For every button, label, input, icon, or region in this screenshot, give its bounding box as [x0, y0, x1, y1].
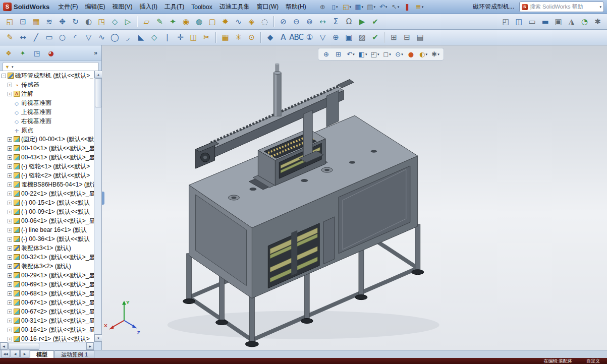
edit-component-icon[interactable]: ✎ — [153, 15, 166, 28]
equations-icon[interactable]: Ω — [342, 15, 355, 28]
linear-sketch-pattern-icon[interactable]: ▦ — [218, 31, 232, 44]
tree-item[interactable]: + 00-10<1> (默认<<默认>_显 — [0, 144, 94, 153]
revision-table-icon[interactable]: ▤ — [413, 31, 426, 44]
tree-item[interactable]: + (-) line bear 16<1> (默认 — [0, 225, 94, 234]
move-component-icon[interactable]: ✥ — [56, 15, 69, 28]
tree-item[interactable]: + (-) 00-09<1> (默认<<默认 — [0, 207, 94, 216]
exploded-view-icon[interactable]: ✸ — [218, 15, 232, 28]
apply-scene-icon[interactable]: ◐▾ — [418, 49, 429, 59]
dimension-icon[interactable]: ◆ — [263, 31, 277, 44]
spline-icon[interactable]: ∿ — [95, 31, 108, 44]
tree-item[interactable]: + 00-67<2> (默认<<默认>_显 — [0, 307, 94, 316]
tree-expander-icon[interactable]: + — [8, 228, 12, 232]
tree-expander-icon[interactable]: + — [8, 137, 12, 142]
tree-expander-icon[interactable]: + — [8, 183, 12, 187]
machine-model[interactable] — [168, 63, 439, 347]
vertical-scroll-thumb[interactable] — [95, 78, 102, 107]
tree-expander-icon[interactable]: - — [2, 74, 6, 78]
tree-expander-icon[interactable]: + — [8, 164, 12, 169]
tree-item[interactable]: + (-) 00-36<1> (默认<<默认 — [0, 234, 94, 244]
rotate-component-icon[interactable]: ↻ — [69, 15, 82, 28]
tab-nav-button[interactable]: ◀ — [11, 350, 20, 357]
change-transparency-icon[interactable]: ◍ — [192, 15, 205, 28]
search-input[interactable]: 搜索 SolidWorks 帮助 — [530, 3, 597, 11]
smart-component-icon[interactable]: ✦ — [166, 15, 179, 28]
tree-expander-icon[interactable]: + — [8, 255, 12, 260]
undo-icon[interactable]: ↶▾ — [377, 2, 390, 13]
measure-icon[interactable]: ↔ — [316, 15, 329, 28]
view-orientation-icon[interactable]: ◰▾ — [369, 49, 380, 59]
featuremanager-tab[interactable]: ❖ — [2, 47, 15, 59]
tree-item[interactable]: + 00-32<1> (默认<<默认>_显 — [0, 253, 94, 262]
menu-item[interactable]: 插入(I) — [136, 1, 161, 13]
coordinate-system-icon[interactable]: ✛ — [174, 31, 187, 44]
tree-expander-icon[interactable]: + — [8, 173, 12, 178]
panel-splitter-handle[interactable] — [102, 192, 104, 205]
tree-item[interactable]: 上视基准面 — [0, 107, 94, 116]
menu-item[interactable]: 视图(V) — [109, 1, 136, 13]
coordinate-triad[interactable]: Y X Z — [104, 299, 140, 336]
perspective-icon[interactable]: ◮ — [565, 15, 578, 28]
tree-expander-icon[interactable]: + — [8, 155, 12, 160]
maidi-plugin-icon[interactable]: ❚ — [402, 2, 414, 13]
menu-item[interactable]: 帮助(H) — [282, 1, 310, 13]
tree-expander-icon[interactable]: + — [8, 246, 12, 251]
datum-feature-icon[interactable]: ▣ — [342, 31, 355, 44]
smart-fasteners-icon[interactable]: ≋ — [42, 15, 56, 28]
reference-geometry-icon[interactable]: ◇ — [108, 15, 121, 28]
tree-item[interactable]: + 装配体3<1> (默认) — [0, 244, 94, 253]
horizontal-scroll-thumb[interactable] — [8, 343, 39, 350]
tree-expander-icon[interactable] — [8, 110, 12, 114]
linear-component-pattern-icon[interactable]: ▦ — [29, 15, 42, 28]
document-tab[interactable]: 运动算例 1 — [54, 350, 94, 358]
menu-item[interactable]: 工具(T) — [161, 1, 188, 13]
graphics-viewport[interactable]: Y X Z ⊕⊞↶▾◧▾◰▾◻▾⊙▾●◐▾✱▾ — [102, 45, 607, 350]
tree-item[interactable]: + 00-29<1> (默认<<默认>_显 — [0, 271, 94, 280]
menu-item[interactable]: Toolbox — [188, 2, 215, 12]
tree-expander-icon[interactable]: + — [8, 328, 12, 332]
menu-item[interactable]: 编辑(E) — [82, 1, 109, 13]
view-settings-icon[interactable]: ✱▾ — [430, 49, 441, 59]
scroll-left-button[interactable]: ◀ — [0, 342, 8, 350]
envelope-icon[interactable]: ▢ — [205, 15, 218, 28]
tree-expander-icon[interactable] — [8, 119, 12, 124]
tree-item[interactable]: + (固定) 00-00<1> (默认<<默 — [0, 135, 94, 144]
tree-item[interactable]: + 00-06<1> (默认<<默认>_显 — [0, 216, 94, 225]
tree-vertical-scrollbar[interactable]: ▲ ▼ — [94, 71, 101, 342]
tab-nav-button[interactable]: ▶ — [20, 350, 29, 357]
circular-sketch-pattern-icon[interactable]: ✳ — [232, 31, 245, 44]
displaymanager-tab[interactable]: ◕ — [44, 47, 58, 59]
section-view-icon[interactable]: ◧▾ — [357, 49, 368, 59]
ellipse-icon[interactable]: ◯ — [108, 31, 121, 44]
design-check-icon[interactable]: ✔ — [368, 15, 381, 28]
tree-expander-icon[interactable]: + — [8, 219, 12, 223]
tree-horizontal-scrollbar[interactable]: ◀ ▶ — [0, 342, 94, 350]
reference-axis-icon[interactable]: ∣ — [160, 31, 174, 44]
display-style-icon[interactable]: ◻▾ — [381, 49, 393, 59]
tree-item[interactable]: + 注解 — [0, 89, 94, 98]
hole-alignment-icon[interactable]: ⊚ — [303, 15, 316, 28]
mirror-entities-icon[interactable]: ◫ — [187, 31, 200, 44]
expand-panel-button[interactable]: » — [92, 49, 99, 56]
clearance-verification-icon[interactable]: ⊖ — [290, 15, 303, 28]
show-hidden-components-icon[interactable]: ◐ — [82, 15, 95, 28]
tree-expander-icon[interactable]: + — [8, 319, 12, 323]
table-icon[interactable]: ⊞ — [387, 31, 400, 44]
offset-entities-icon[interactable]: ⊙ — [245, 31, 258, 44]
save-icon[interactable]: ▦▾ — [353, 2, 365, 13]
reference-plane-icon[interactable]: ◇ — [147, 31, 160, 44]
tree-item[interactable]: + 传感器 — [0, 80, 94, 89]
tree-expander-icon[interactable]: + — [8, 291, 12, 296]
shadow-icon[interactable]: ▣ — [551, 15, 565, 28]
open-icon[interactable]: ◱▾ — [341, 2, 353, 13]
tree-item[interactable]: + 00-22<1> (默认<<默认>_显 — [0, 189, 94, 198]
task-pane-icon[interactable]: ≣▾ — [414, 2, 426, 13]
surface-finish-icon[interactable]: ▽ — [316, 31, 329, 44]
edit-appearance-icon[interactable]: ● — [406, 49, 417, 59]
tree-item[interactable]: 原点 — [0, 126, 94, 135]
menu-item[interactable]: 迈迪工具集 — [216, 1, 253, 13]
tree-item[interactable]: - 磁环管成型机 (默认<<默认>_ — [0, 71, 94, 80]
area-hatch-icon[interactable]: ▨ — [355, 31, 368, 44]
search-dropdown-caret-icon[interactable]: ▾ — [599, 5, 601, 9]
tree-expander-icon[interactable]: + — [8, 300, 12, 305]
